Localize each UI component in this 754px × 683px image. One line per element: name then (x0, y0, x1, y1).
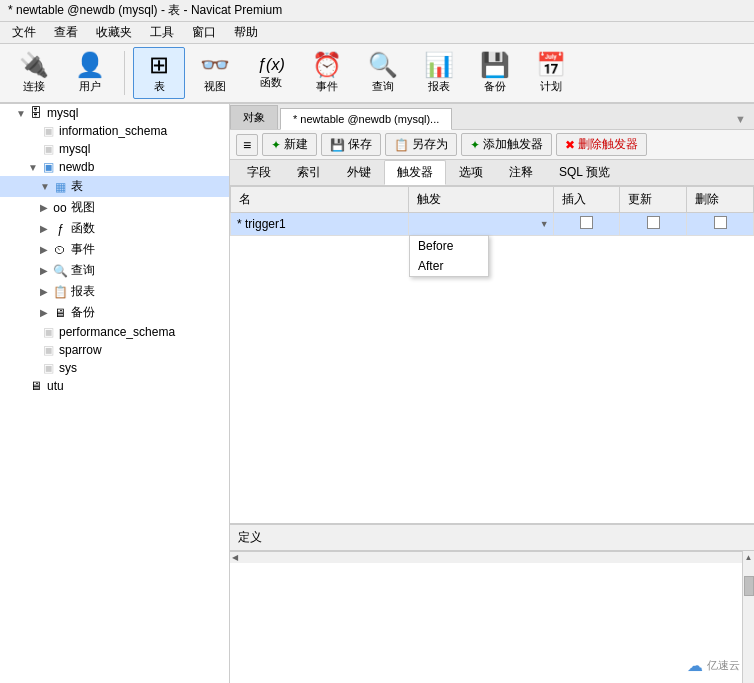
sub-tab-option[interactable]: 选项 (446, 160, 496, 185)
tab-more-btn[interactable]: ▼ (727, 109, 754, 129)
user-label: 用户 (79, 79, 101, 94)
sidebar-item-event-folder[interactable]: ▶ ⏲ 事件 (0, 239, 229, 260)
trigger-insert-cell[interactable] (553, 213, 620, 236)
toolbar-table[interactable]: ⊞ 表 (133, 47, 185, 99)
delete-trigger-button[interactable]: ✖ 删除触发器 (556, 133, 647, 156)
event-icon: ⏰ (312, 53, 342, 77)
sidebar-item-query-folder[interactable]: ▶ 🔍 查询 (0, 260, 229, 281)
arrow-func: ▶ (40, 223, 52, 234)
scroll-up-arrow[interactable]: ▲ (743, 551, 754, 564)
trigger-name-text: * trigger1 (237, 217, 286, 231)
trigger-delete-cell[interactable] (687, 213, 754, 236)
tab-object[interactable]: 对象 (230, 105, 278, 129)
trigger-update-cell[interactable] (620, 213, 687, 236)
sidebar-label-table: 表 (71, 178, 83, 195)
connect-icon: 🔌 (19, 53, 49, 77)
toolbar-connect[interactable]: 🔌 连接 (8, 47, 60, 99)
sidebar-item-sys[interactable]: ▣ sys (0, 359, 229, 377)
sub-tab-field[interactable]: 字段 (234, 160, 284, 185)
menu-tools[interactable]: 工具 (142, 22, 182, 43)
scroll-thumb[interactable] (744, 576, 754, 596)
sub-tab-trigger-label: 触发器 (397, 165, 433, 179)
sidebar-item-mysql-root[interactable]: ▼ 🗄 mysql (0, 104, 229, 122)
scrollbar-vertical[interactable]: ▲ (742, 551, 754, 683)
sub-tab-field-label: 字段 (247, 165, 271, 179)
tab-newtable[interactable]: * newtable @newdb (mysql)... (280, 108, 452, 130)
trigger-timing-cell[interactable]: ▼ Before After (409, 213, 554, 236)
tab-header: 对象 * newtable @newdb (mysql)... ▼ (230, 104, 754, 130)
sidebar-item-mysql-db[interactable]: ▣ mysql (0, 140, 229, 158)
add-trigger-icon: ✦ (470, 138, 480, 152)
trigger-table-container: 名 触发 插入 更新 删除 * trigger1 (230, 186, 754, 523)
sidebar-item-sparrow[interactable]: ▣ sparrow (0, 341, 229, 359)
backup-label: 备份 (484, 79, 506, 94)
db-icon-sys: ▣ (40, 361, 56, 375)
toolbar-backup[interactable]: 💾 备份 (469, 47, 521, 99)
menu-file[interactable]: 文件 (4, 22, 44, 43)
sub-tab-comment[interactable]: 注释 (496, 160, 546, 185)
sidebar-label-sys: sys (59, 361, 77, 375)
menu-help[interactable]: 帮助 (226, 22, 266, 43)
sub-tab-index[interactable]: 索引 (284, 160, 334, 185)
scrollbar-horizontal[interactable]: ◀ ▶ (230, 551, 754, 563)
schedule-label: 计划 (540, 79, 562, 94)
function-icon: ƒ(x) (257, 57, 285, 73)
sidebar-item-table-folder[interactable]: ▼ ▦ 表 (0, 176, 229, 197)
toolbar-schedule[interactable]: 📅 计划 (525, 47, 577, 99)
trigger-name-cell[interactable]: * trigger1 (231, 213, 409, 236)
menu-window[interactable]: 窗口 (184, 22, 224, 43)
sidebar-item-report-folder[interactable]: ▶ 📋 报表 (0, 281, 229, 302)
toolbar-view[interactable]: 👓 视图 (189, 47, 241, 99)
db-icon-performance: ▣ (40, 325, 56, 339)
sub-tab-trigger[interactable]: 触发器 (384, 160, 446, 185)
sidebar-item-utu[interactable]: 🖥 utu (0, 377, 229, 395)
sub-tab-comment-label: 注释 (509, 165, 533, 179)
save-button[interactable]: 💾 保存 (321, 133, 381, 156)
action-bar: ≡ ✦ 新建 💾 保存 📋 另存为 ✦ 添加触发器 ✖ 删除触发器 (230, 130, 754, 160)
delete-checkbox[interactable] (714, 216, 727, 229)
schedule-icon: 📅 (536, 53, 566, 77)
save-as-button[interactable]: 📋 另存为 (385, 133, 457, 156)
tab-object-label: 对象 (243, 111, 265, 123)
update-checkbox[interactable] (647, 216, 660, 229)
scroll-left-arrow[interactable]: ◀ (232, 553, 238, 562)
watermark-icon: ☁ (687, 656, 703, 675)
option-after[interactable]: After (410, 256, 488, 276)
save-icon: 💾 (330, 138, 345, 152)
hamburger-button[interactable]: ≡ (236, 134, 258, 156)
arrow-backup: ▶ (40, 307, 52, 318)
sub-tab-foreign[interactable]: 外键 (334, 160, 384, 185)
db-icon-newdb: ▣ (40, 160, 56, 174)
insert-checkbox[interactable] (580, 216, 593, 229)
sidebar-item-information-schema[interactable]: ▣ information_schema (0, 122, 229, 140)
toolbar-query[interactable]: 🔍 查询 (357, 47, 409, 99)
new-button[interactable]: ✦ 新建 (262, 133, 317, 156)
sub-tab-sql[interactable]: SQL 预览 (546, 160, 623, 185)
definition-body[interactable]: ▲ ◀ ▶ ☁ 亿速云 (230, 551, 754, 683)
sidebar-item-backup-folder[interactable]: ▶ 🖥 备份 (0, 302, 229, 323)
menu-view[interactable]: 查看 (46, 22, 86, 43)
menu-favorites[interactable]: 收藏夹 (88, 22, 140, 43)
toolbar-event[interactable]: ⏰ 事件 (301, 47, 353, 99)
table-folder-icon: ▦ (52, 180, 68, 194)
add-trigger-button[interactable]: ✦ 添加触发器 (461, 133, 552, 156)
query-folder-icon: 🔍 (52, 264, 68, 278)
toolbar-report[interactable]: 📊 报表 (413, 47, 465, 99)
arrow-mysql: ▼ (16, 108, 28, 119)
sidebar-item-view-folder[interactable]: ▶ oo 视图 (0, 197, 229, 218)
sidebar-item-func-folder[interactable]: ▶ ƒ 函数 (0, 218, 229, 239)
sidebar-item-performance[interactable]: ▣ performance_schema (0, 323, 229, 341)
db-icon-sparrow: ▣ (40, 343, 56, 357)
add-trigger-label: 添加触发器 (483, 136, 543, 153)
user-icon: 👤 (75, 53, 105, 77)
sidebar-item-newdb[interactable]: ▼ ▣ newdb (0, 158, 229, 176)
toolbar-function[interactable]: ƒ(x) 函数 (245, 47, 297, 99)
toolbar-separator-1 (124, 51, 125, 95)
table-icon: ⊞ (149, 53, 169, 77)
sidebar-label-query: 查询 (71, 262, 95, 279)
trigger-timing-dropdown: Before After (409, 235, 489, 277)
toolbar-user[interactable]: 👤 用户 (64, 47, 116, 99)
db-icon-information: ▣ (40, 124, 56, 138)
sub-tabs: 字段 索引 外键 触发器 选项 注释 SQL 预览 (230, 160, 754, 186)
option-before[interactable]: Before (410, 236, 488, 256)
